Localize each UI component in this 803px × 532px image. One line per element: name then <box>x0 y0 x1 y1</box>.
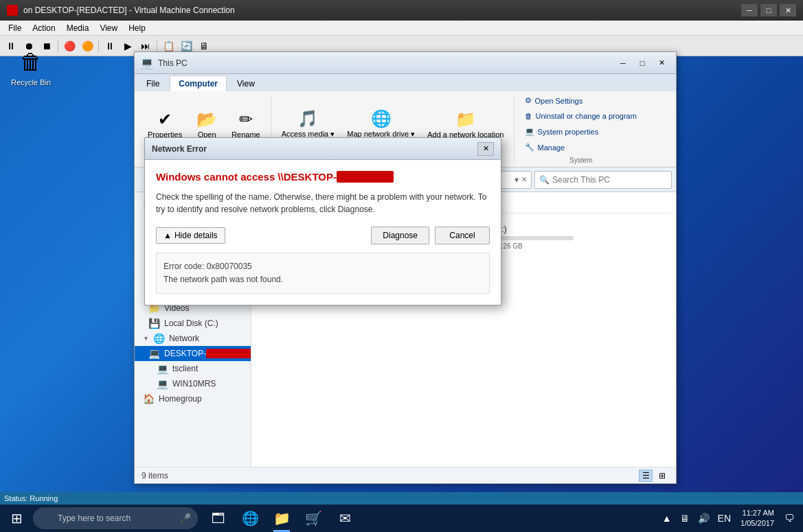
explorer-titlebar: 💻 This PC ─ □ ✕ <box>135 52 676 74</box>
view-details-btn[interactable]: ☰ <box>639 470 653 482</box>
homegroup-label: Homegroup <box>159 394 202 404</box>
open-settings-button[interactable]: ⚙ Open Settings <box>520 94 587 107</box>
explorer-icon: 💻 <box>140 56 154 69</box>
open-icon: 📂 <box>196 110 217 129</box>
sidebar-item-desktop-computer[interactable]: 💻 DESKTOP-REDACTED <box>135 346 251 361</box>
taskbar-task-view[interactable]: 🗔 <box>203 505 234 532</box>
taskbar-clock[interactable]: 11:27 AM 1/05/2017 <box>736 507 778 531</box>
uninstall-icon: 🗑 <box>525 112 532 120</box>
vm-titlebar: on DESKTOP-[REDACTED] - Virtual Machine … <box>0 0 803 21</box>
vm-status-text: Status: Running <box>4 494 58 502</box>
vm-menu-media[interactable]: Media <box>61 21 95 35</box>
dialog-buttons: ▲ Hide details Diagnose Cancel <box>156 227 490 244</box>
search-bar[interactable]: 🔍 <box>534 171 672 189</box>
localdisk-icon: 💾 <box>148 318 160 329</box>
vm-close-button[interactable]: ✕ <box>780 4 796 16</box>
clock-date: 1/05/2017 <box>740 518 774 529</box>
diagnose-button[interactable]: Diagnose <box>371 227 429 244</box>
vm-toolbar-btn-4[interactable]: 🔴 <box>61 38 78 54</box>
map-drive-icon: 🌐 <box>371 109 392 128</box>
show-hidden-icons[interactable]: ▲ <box>659 511 675 525</box>
hide-details-label: Hide details <box>174 231 218 240</box>
hide-details-button[interactable]: ▲ Hide details <box>156 227 225 244</box>
status-bar: 9 items ☰ ⊞ <box>135 467 676 483</box>
explorer-close-btn[interactable]: ✕ <box>653 56 670 71</box>
toolbar-separator-3 <box>157 40 157 52</box>
vm-menu-help[interactable]: Help <box>123 21 151 35</box>
vm-restore-button[interactable]: □ <box>760 4 777 16</box>
redacted-hostname: REDACTED <box>337 171 394 183</box>
taskbar-search-input[interactable] <box>33 507 198 529</box>
cancel-button[interactable]: Cancel <box>435 227 490 244</box>
path-close-btn[interactable]: ✕ <box>521 176 527 183</box>
microphone-icon: 🎤 <box>179 513 191 524</box>
add-location-icon: 📁 <box>455 110 476 129</box>
status-bar-right: ☰ ⊞ <box>639 470 669 482</box>
uninstall-button[interactable]: 🗑 Uninstall or change a program <box>520 110 641 122</box>
language-icon[interactable]: EN <box>715 511 734 525</box>
search-icon: 🔍 <box>539 175 550 185</box>
sysprops-icon: 💻 <box>525 127 534 136</box>
sysprops-label: System properties <box>537 128 598 136</box>
sidebar-item-localdisk[interactable]: 💾 Local Disk (C:) <box>135 316 251 331</box>
system-buttons-container: ⚙ Open Settings 🗑 Uninstall or change a … <box>520 94 641 154</box>
vm-menu-action[interactable]: Action <box>27 21 60 35</box>
vm-menubar: File Action Media View Help <box>0 21 803 36</box>
dialog-message: Check the spelling of the name. Otherwis… <box>156 191 490 216</box>
status-text: 9 items <box>142 471 168 481</box>
ribbon-tab-file[interactable]: File <box>137 76 168 91</box>
toolbar-separator-2 <box>98 40 99 52</box>
error-detail: The network path was not found. <box>163 273 482 286</box>
network-label: Network <box>169 334 199 343</box>
view-tiles-btn[interactable]: ⊞ <box>655 470 669 482</box>
taskbar-store[interactable]: 🛒 <box>298 505 328 532</box>
path-dropdown-btn[interactable]: ▾ <box>514 175 519 185</box>
vm-status-bar: Status: Running <box>0 492 803 505</box>
sidebar-item-homegroup[interactable]: 🏠 Homegroup <box>135 391 251 406</box>
explorer-window-controls: ─ □ ✕ <box>614 56 670 71</box>
notification-center-button[interactable]: 🗨 <box>781 505 798 532</box>
details-chevron-icon: ▲ <box>163 231 172 240</box>
network-error-dialog: Network Error ✕ Windows cannot access \\… <box>144 137 501 305</box>
properties-icon: ✔ <box>158 110 172 129</box>
manage-label: Manage <box>537 143 565 152</box>
sidebar-item-win10mrs[interactable]: 💻 WIN10MRS <box>135 376 251 391</box>
ribbon-tabs: File Computer View <box>135 74 676 91</box>
sidebar-item-tsclient[interactable]: 💻 tsclient <box>135 361 251 376</box>
explorer-minimize-btn[interactable]: ─ <box>614 56 632 71</box>
ribbon-group-system: ⚙ Open Settings 🗑 Uninstall or change a … <box>517 94 646 164</box>
taskbar: ⊞ 🎤 🗔 🌐 📁 🛒 ✉ ▲ 🖥 🔊 EN 11:27 AM 1/05/201… <box>0 505 803 532</box>
ribbon-tab-view[interactable]: View <box>228 76 264 91</box>
recycle-bin-icon[interactable]: 🗑 Recycle Bin <box>7 48 55 86</box>
properties-button[interactable]: ✔ Properties <box>143 106 187 142</box>
manage-icon: 🔧 <box>525 143 534 152</box>
taskbar-edge[interactable]: 🌐 <box>235 505 265 532</box>
tsclient-icon: 💻 <box>157 363 168 374</box>
recycle-bin-image: 🗑 <box>17 48 45 76</box>
vm-toolbar-btn-5[interactable]: 🟠 <box>79 38 95 54</box>
start-button[interactable]: ⊞ <box>3 505 30 532</box>
dialog-body: Windows cannot access \\DESKTOP-REDACTED… <box>145 160 501 305</box>
taskbar-mail[interactable]: ✉ <box>330 505 360 532</box>
explorer-maximize-btn[interactable]: □ <box>633 56 651 71</box>
desktop: 🗑 Recycle Bin on DESKTOP-[REDACTED] - Vi… <box>0 0 803 532</box>
ribbon-tab-computer[interactable]: Computer <box>170 76 227 91</box>
search-input[interactable] <box>552 175 667 185</box>
add-network-location-button[interactable]: 📁 Add a network location <box>422 106 508 142</box>
system-properties-button[interactable]: 💻 System properties <box>520 125 603 138</box>
volume-icon[interactable]: 🔊 <box>695 511 712 525</box>
vm-toolbar-btn-6[interactable]: ⏸ <box>102 38 118 54</box>
vm-menu-view[interactable]: View <box>94 21 123 35</box>
open-button[interactable]: 📂 Open <box>190 106 224 142</box>
vm-menu-file[interactable]: File <box>3 21 27 35</box>
taskbar-file-explorer[interactable]: 📁 <box>267 505 297 532</box>
sidebar-item-network[interactable]: ▼ 🌐 Network <box>135 331 251 346</box>
manage-button[interactable]: 🔧 Manage <box>520 141 569 154</box>
rename-button[interactable]: ✏ Rename <box>227 106 265 142</box>
network-status-icon[interactable]: 🖥 <box>677 511 692 525</box>
vm-minimize-button[interactable]: ─ <box>741 4 758 16</box>
dialog-close-button[interactable]: ✕ <box>477 142 494 156</box>
dialog-title: Network Error <box>152 144 477 154</box>
taskbar-items: 🗔 🌐 📁 🛒 ✉ <box>203 505 360 532</box>
dialog-error-details: Error code: 0x80070035 The network path … <box>156 253 490 294</box>
